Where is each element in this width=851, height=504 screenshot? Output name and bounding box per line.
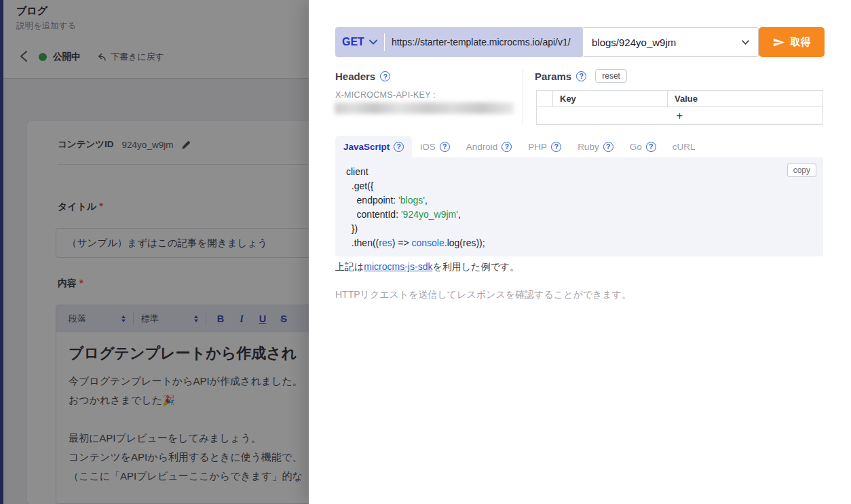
api-key-label: X-MICROCMS-API-KEY : <box>335 90 436 100</box>
code-sample-block: client .get({ endpoint: 'blogs', content… <box>335 157 823 256</box>
javascript-help-icon[interactable] <box>394 142 404 152</box>
params-key-header: Key <box>553 91 668 106</box>
android-help-icon[interactable] <box>502 142 512 152</box>
go-help-icon[interactable] <box>646 142 656 152</box>
endpoint-value: blogs/924yo_w9jm <box>592 37 676 48</box>
tab-javascript[interactable]: JavaScript <box>335 136 412 157</box>
reset-params-button[interactable]: reset <box>595 69 627 83</box>
method-select[interactable]: GET <box>342 36 377 48</box>
php-help-icon[interactable] <box>551 142 561 152</box>
headers-help-icon[interactable] <box>380 71 390 81</box>
api-key-redacted-value <box>335 102 514 114</box>
http-request-note: HTTPリクエストを送信してレスポンスを確認することができます。 <box>335 289 631 301</box>
endpoint-select[interactable]: blogs/924yo_w9jm <box>582 27 759 57</box>
sdk-link[interactable]: microcms-js-sdk <box>364 261 432 272</box>
api-preview-panel: GET https://starter-template.microcms.io… <box>309 0 851 504</box>
ruby-help-icon[interactable] <box>603 142 613 152</box>
fetch-button[interactable]: 取得 <box>759 27 825 57</box>
sdk-note: 上記はmicrocms-js-sdkを利用した例です。 <box>335 261 519 273</box>
headers-section-title: Headers <box>335 71 390 82</box>
request-url-bar: GET https://starter-template.microcms.io… <box>335 27 582 57</box>
params-table-header: Key Value <box>536 90 823 107</box>
tab-curl[interactable]: cURL <box>664 136 704 157</box>
chevron-down-icon <box>742 40 749 45</box>
tab-android[interactable]: Android <box>458 136 521 157</box>
params-table: Key Value + <box>536 90 823 125</box>
send-icon <box>773 37 785 47</box>
section-divider <box>523 70 523 124</box>
request-base-url: https://starter-template.microcms.io/api… <box>392 37 571 47</box>
tab-go[interactable]: Go <box>622 136 664 157</box>
method-label: GET <box>342 36 364 48</box>
screen: ブログ 説明を追加する 公開中 下書きに戻す コンテンツID 924yo_w9j… <box>0 0 851 504</box>
tab-ios[interactable]: iOS <box>412 136 458 157</box>
code-sample: client .get({ endpoint: 'blogs', content… <box>335 157 823 258</box>
params-checkbox-column <box>537 91 553 106</box>
fetch-label: 取得 <box>791 36 811 49</box>
language-tabs: JavaScript iOS Android PHP Ruby Go <box>335 136 703 157</box>
ios-help-icon[interactable] <box>440 142 450 152</box>
params-value-header: Value <box>668 94 822 104</box>
params-section-title: Params reset <box>535 69 627 83</box>
add-param-button[interactable]: + <box>536 107 823 125</box>
tab-ruby[interactable]: Ruby <box>569 136 622 157</box>
copy-button[interactable]: copy <box>787 163 816 177</box>
divider <box>384 33 385 51</box>
chevron-down-icon <box>369 39 377 45</box>
tab-php[interactable]: PHP <box>520 136 569 157</box>
params-help-icon[interactable] <box>576 71 586 81</box>
